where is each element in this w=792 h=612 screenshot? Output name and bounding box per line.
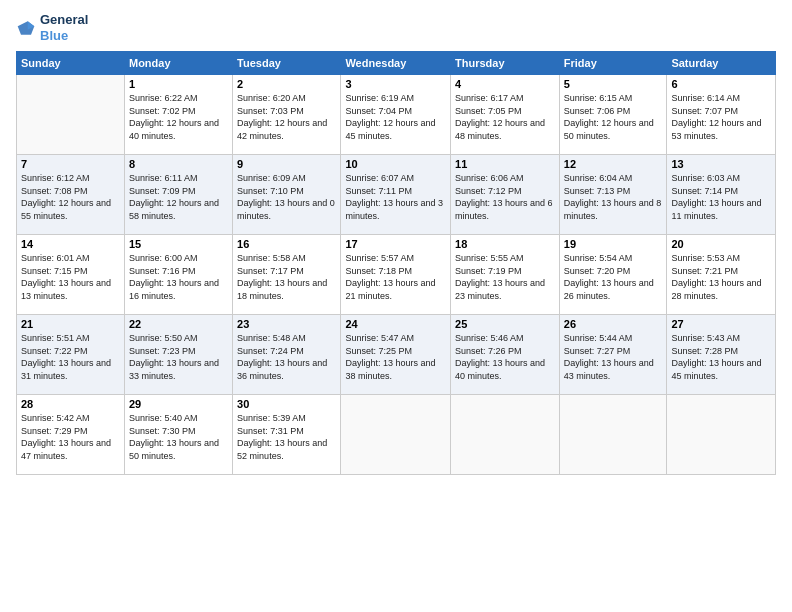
day-number: 20: [671, 238, 771, 250]
calendar-cell: 19Sunrise: 5:54 AMSunset: 7:20 PMDayligh…: [559, 235, 667, 315]
calendar-cell: 21Sunrise: 5:51 AMSunset: 7:22 PMDayligh…: [17, 315, 125, 395]
header: General Blue: [16, 12, 776, 43]
calendar-cell: 10Sunrise: 6:07 AMSunset: 7:11 PMDayligh…: [341, 155, 451, 235]
day-info: Sunrise: 5:53 AMSunset: 7:21 PMDaylight:…: [671, 252, 771, 302]
day-info: Sunrise: 6:14 AMSunset: 7:07 PMDaylight:…: [671, 92, 771, 142]
day-info: Sunrise: 5:40 AMSunset: 7:30 PMDaylight:…: [129, 412, 228, 462]
logo-icon: [16, 18, 36, 38]
header-row: SundayMondayTuesdayWednesdayThursdayFrid…: [17, 52, 776, 75]
col-header-thursday: Thursday: [451, 52, 560, 75]
day-info: Sunrise: 5:54 AMSunset: 7:20 PMDaylight:…: [564, 252, 663, 302]
day-info: Sunrise: 6:15 AMSunset: 7:06 PMDaylight:…: [564, 92, 663, 142]
day-number: 24: [345, 318, 446, 330]
calendar-cell: 27Sunrise: 5:43 AMSunset: 7:28 PMDayligh…: [667, 315, 776, 395]
day-info: Sunrise: 6:12 AMSunset: 7:08 PMDaylight:…: [21, 172, 120, 222]
calendar-cell: 29Sunrise: 5:40 AMSunset: 7:30 PMDayligh…: [124, 395, 232, 475]
calendar-table: SundayMondayTuesdayWednesdayThursdayFrid…: [16, 51, 776, 475]
day-info: Sunrise: 6:00 AMSunset: 7:16 PMDaylight:…: [129, 252, 228, 302]
day-info: Sunrise: 5:46 AMSunset: 7:26 PMDaylight:…: [455, 332, 555, 382]
calendar-cell: 20Sunrise: 5:53 AMSunset: 7:21 PMDayligh…: [667, 235, 776, 315]
day-info: Sunrise: 5:43 AMSunset: 7:28 PMDaylight:…: [671, 332, 771, 382]
calendar-cell: 25Sunrise: 5:46 AMSunset: 7:26 PMDayligh…: [451, 315, 560, 395]
col-header-wednesday: Wednesday: [341, 52, 451, 75]
calendar-cell: 11Sunrise: 6:06 AMSunset: 7:12 PMDayligh…: [451, 155, 560, 235]
calendar-cell: 6Sunrise: 6:14 AMSunset: 7:07 PMDaylight…: [667, 75, 776, 155]
day-info: Sunrise: 6:09 AMSunset: 7:10 PMDaylight:…: [237, 172, 336, 222]
calendar-cell: 9Sunrise: 6:09 AMSunset: 7:10 PMDaylight…: [233, 155, 341, 235]
calendar-cell: [559, 395, 667, 475]
day-info: Sunrise: 5:58 AMSunset: 7:17 PMDaylight:…: [237, 252, 336, 302]
calendar-week: 14Sunrise: 6:01 AMSunset: 7:15 PMDayligh…: [17, 235, 776, 315]
day-info: Sunrise: 6:20 AMSunset: 7:03 PMDaylight:…: [237, 92, 336, 142]
day-info: Sunrise: 6:22 AMSunset: 7:02 PMDaylight:…: [129, 92, 228, 142]
calendar-cell: 26Sunrise: 5:44 AMSunset: 7:27 PMDayligh…: [559, 315, 667, 395]
calendar-cell: 12Sunrise: 6:04 AMSunset: 7:13 PMDayligh…: [559, 155, 667, 235]
calendar-week: 21Sunrise: 5:51 AMSunset: 7:22 PMDayligh…: [17, 315, 776, 395]
calendar-cell: 23Sunrise: 5:48 AMSunset: 7:24 PMDayligh…: [233, 315, 341, 395]
day-info: Sunrise: 5:44 AMSunset: 7:27 PMDaylight:…: [564, 332, 663, 382]
calendar-cell: 16Sunrise: 5:58 AMSunset: 7:17 PMDayligh…: [233, 235, 341, 315]
calendar-cell: 5Sunrise: 6:15 AMSunset: 7:06 PMDaylight…: [559, 75, 667, 155]
calendar-cell: [451, 395, 560, 475]
day-info: Sunrise: 5:50 AMSunset: 7:23 PMDaylight:…: [129, 332, 228, 382]
calendar-cell: 17Sunrise: 5:57 AMSunset: 7:18 PMDayligh…: [341, 235, 451, 315]
main-container: General Blue SundayMondayTuesdayWednesda…: [0, 0, 792, 483]
day-number: 14: [21, 238, 120, 250]
calendar-week: 7Sunrise: 6:12 AMSunset: 7:08 PMDaylight…: [17, 155, 776, 235]
calendar-cell: 14Sunrise: 6:01 AMSunset: 7:15 PMDayligh…: [17, 235, 125, 315]
calendar-cell: 30Sunrise: 5:39 AMSunset: 7:31 PMDayligh…: [233, 395, 341, 475]
calendar-week: 28Sunrise: 5:42 AMSunset: 7:29 PMDayligh…: [17, 395, 776, 475]
day-number: 12: [564, 158, 663, 170]
day-number: 30: [237, 398, 336, 410]
calendar-week: 1Sunrise: 6:22 AMSunset: 7:02 PMDaylight…: [17, 75, 776, 155]
day-info: Sunrise: 5:51 AMSunset: 7:22 PMDaylight:…: [21, 332, 120, 382]
calendar-cell: 4Sunrise: 6:17 AMSunset: 7:05 PMDaylight…: [451, 75, 560, 155]
calendar-cell: 3Sunrise: 6:19 AMSunset: 7:04 PMDaylight…: [341, 75, 451, 155]
day-number: 5: [564, 78, 663, 90]
calendar-cell: 2Sunrise: 6:20 AMSunset: 7:03 PMDaylight…: [233, 75, 341, 155]
calendar-cell: [17, 75, 125, 155]
calendar-cell: 7Sunrise: 6:12 AMSunset: 7:08 PMDaylight…: [17, 155, 125, 235]
calendar-cell: 22Sunrise: 5:50 AMSunset: 7:23 PMDayligh…: [124, 315, 232, 395]
col-header-tuesday: Tuesday: [233, 52, 341, 75]
day-info: Sunrise: 5:42 AMSunset: 7:29 PMDaylight:…: [21, 412, 120, 462]
day-number: 1: [129, 78, 228, 90]
day-number: 26: [564, 318, 663, 330]
day-number: 28: [21, 398, 120, 410]
day-number: 7: [21, 158, 120, 170]
svg-marker-0: [18, 21, 35, 34]
day-number: 13: [671, 158, 771, 170]
calendar-cell: 8Sunrise: 6:11 AMSunset: 7:09 PMDaylight…: [124, 155, 232, 235]
day-info: Sunrise: 5:48 AMSunset: 7:24 PMDaylight:…: [237, 332, 336, 382]
day-info: Sunrise: 6:04 AMSunset: 7:13 PMDaylight:…: [564, 172, 663, 222]
day-info: Sunrise: 5:39 AMSunset: 7:31 PMDaylight:…: [237, 412, 336, 462]
day-number: 9: [237, 158, 336, 170]
day-number: 4: [455, 78, 555, 90]
day-number: 27: [671, 318, 771, 330]
day-info: Sunrise: 6:06 AMSunset: 7:12 PMDaylight:…: [455, 172, 555, 222]
calendar-cell: 24Sunrise: 5:47 AMSunset: 7:25 PMDayligh…: [341, 315, 451, 395]
logo-text: General Blue: [40, 12, 88, 43]
day-number: 8: [129, 158, 228, 170]
day-number: 10: [345, 158, 446, 170]
calendar-cell: [667, 395, 776, 475]
day-number: 25: [455, 318, 555, 330]
logo: General Blue: [16, 12, 88, 43]
day-info: Sunrise: 6:01 AMSunset: 7:15 PMDaylight:…: [21, 252, 120, 302]
col-header-saturday: Saturday: [667, 52, 776, 75]
calendar-cell: 1Sunrise: 6:22 AMSunset: 7:02 PMDaylight…: [124, 75, 232, 155]
day-number: 16: [237, 238, 336, 250]
day-info: Sunrise: 6:07 AMSunset: 7:11 PMDaylight:…: [345, 172, 446, 222]
calendar-cell: 18Sunrise: 5:55 AMSunset: 7:19 PMDayligh…: [451, 235, 560, 315]
calendar-cell: 15Sunrise: 6:00 AMSunset: 7:16 PMDayligh…: [124, 235, 232, 315]
day-number: 3: [345, 78, 446, 90]
day-info: Sunrise: 5:55 AMSunset: 7:19 PMDaylight:…: [455, 252, 555, 302]
day-number: 11: [455, 158, 555, 170]
day-info: Sunrise: 6:11 AMSunset: 7:09 PMDaylight:…: [129, 172, 228, 222]
day-info: Sunrise: 6:17 AMSunset: 7:05 PMDaylight:…: [455, 92, 555, 142]
col-header-sunday: Sunday: [17, 52, 125, 75]
day-number: 19: [564, 238, 663, 250]
day-number: 22: [129, 318, 228, 330]
day-number: 29: [129, 398, 228, 410]
day-number: 23: [237, 318, 336, 330]
